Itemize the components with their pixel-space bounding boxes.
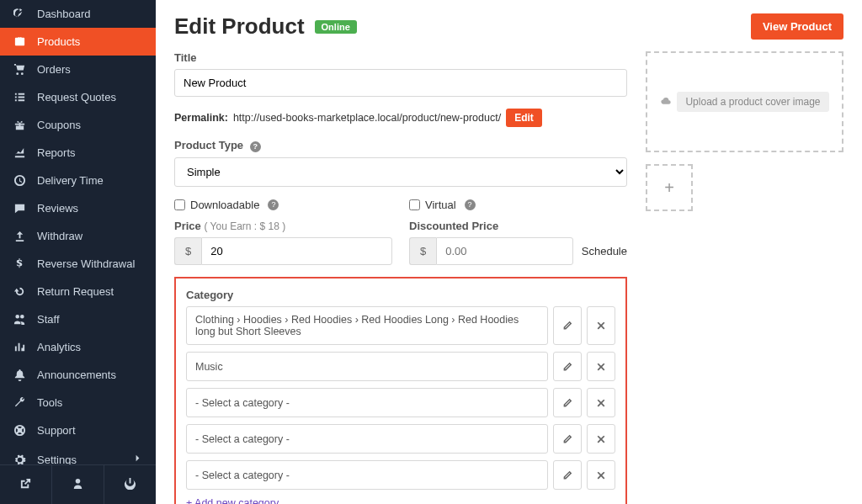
sidebar-item-reports[interactable]: Reports xyxy=(0,139,156,167)
list-icon xyxy=(12,91,27,103)
briefcase-icon xyxy=(12,35,27,48)
category-section: Category Clothing › Hoodies › Red Hoodie… xyxy=(174,277,627,504)
edit-category-button[interactable] xyxy=(553,460,582,490)
sidebar-item-reverse-withdrawal[interactable]: Reverse Withdrawal xyxy=(0,250,156,278)
category-value[interactable]: - Select a category - xyxy=(186,424,548,454)
sidebar-item-label: Orders xyxy=(37,63,71,76)
remove-category-button[interactable] xyxy=(587,352,615,381)
sidebar-item-label: Reverse Withdrawal xyxy=(37,257,135,270)
downloadable-label: Downloadable xyxy=(190,199,259,211)
sidebar-item-delivery-time[interactable]: Delivery Time xyxy=(0,167,156,194)
sidebar-item-label: Support xyxy=(37,424,76,437)
remove-category-button[interactable] xyxy=(587,424,615,454)
schedule-link[interactable]: Schedule xyxy=(582,220,627,265)
sidebar-item-label: Request Quotes xyxy=(37,91,116,103)
category-row: Music xyxy=(186,352,615,381)
edit-category-button[interactable] xyxy=(553,388,582,417)
sidebar-item-label: Reviews xyxy=(37,202,78,215)
sidebar-item-return-request[interactable]: Return Request xyxy=(0,278,156,305)
sidebar-item-orders[interactable]: Orders xyxy=(0,56,156,83)
permalink-url: http://used-books-marketplace.local/prod… xyxy=(233,112,501,124)
power-button[interactable] xyxy=(104,465,156,504)
edit-category-button[interactable] xyxy=(553,424,582,454)
sidebar-item-label: Return Request xyxy=(37,285,114,298)
remove-category-button[interactable] xyxy=(587,460,615,490)
sidebar-item-label: Delivery Time xyxy=(37,174,104,187)
edit-permalink-button[interactable]: Edit xyxy=(506,109,542,127)
edit-category-button[interactable] xyxy=(553,352,582,381)
upload-icon xyxy=(12,230,27,242)
category-value[interactable]: Music xyxy=(186,352,548,381)
sidebar-item-label: Settings xyxy=(37,454,77,465)
sidebar-item-label: Announcements xyxy=(37,369,116,381)
undo-icon xyxy=(12,285,27,298)
page-title: Edit Product xyxy=(174,13,305,40)
title-input[interactable] xyxy=(174,69,627,97)
main-content: Edit Product Online View Product Title P… xyxy=(156,0,862,504)
sidebar-item-announcements[interactable]: Announcements xyxy=(0,361,156,389)
category-value[interactable]: - Select a category - xyxy=(186,460,548,490)
dollar-icon xyxy=(12,257,27,270)
discounted-price-input[interactable] xyxy=(436,237,573,265)
downloadable-checkbox[interactable] xyxy=(174,199,185,210)
status-badge: Online xyxy=(315,20,357,34)
category-label: Category xyxy=(186,289,615,301)
sidebar-item-label: Coupons xyxy=(37,119,81,131)
sidebar-item-coupons[interactable]: Coupons xyxy=(0,111,156,139)
category-row: - Select a category - xyxy=(186,424,615,454)
remove-category-button[interactable] xyxy=(587,306,615,345)
title-label: Title xyxy=(174,51,627,64)
sidebar-item-request-quotes[interactable]: Request Quotes xyxy=(0,83,156,111)
chevron-right-icon xyxy=(131,452,144,464)
sidebar-bottom-bar xyxy=(0,464,156,504)
category-row: - Select a category - xyxy=(186,388,615,417)
edit-category-button[interactable] xyxy=(553,306,582,345)
currency-addon: $ xyxy=(174,237,201,265)
sidebar-item-support[interactable]: Support xyxy=(0,416,156,444)
sidebar-item-tools[interactable]: Tools xyxy=(0,389,156,416)
virtual-checkbox[interactable] xyxy=(409,199,420,210)
sidebar-item-dashboard[interactable]: Dashboard xyxy=(0,0,156,28)
price-input[interactable] xyxy=(201,237,392,265)
sidebar-item-label: Staff xyxy=(37,313,60,326)
sidebar-item-label: Dashboard xyxy=(37,8,91,20)
sidebar-item-staff[interactable]: Staff xyxy=(0,305,156,333)
category-row: - Select a category - xyxy=(186,460,615,490)
lifebuoy-icon xyxy=(12,424,27,437)
analytics-icon xyxy=(12,341,27,353)
bell-icon xyxy=(12,369,27,381)
permalink-label: Permalink: xyxy=(174,112,228,124)
help-icon[interactable]: ? xyxy=(268,199,279,210)
profile-button[interactable] xyxy=(51,465,104,504)
category-row: Clothing › Hoodies › Red Hoodies › Red H… xyxy=(186,306,615,345)
virtual-label: Virtual xyxy=(425,199,456,211)
sidebar-item-label: Reports xyxy=(37,146,76,159)
cover-image-upload[interactable]: Upload a product cover image xyxy=(646,51,843,152)
cloud-icon xyxy=(660,96,672,108)
sidebar-item-label: Products xyxy=(37,35,80,48)
category-value[interactable]: Clothing › Hoodies › Red Hoodies › Red H… xyxy=(186,306,548,345)
users-icon xyxy=(12,313,27,326)
clock-icon xyxy=(12,174,27,187)
sidebar-item-withdraw[interactable]: Withdraw xyxy=(0,222,156,250)
view-product-button[interactable]: View Product xyxy=(751,13,843,40)
sidebar-item-label: Withdraw xyxy=(37,230,82,242)
help-icon[interactable]: ? xyxy=(250,141,261,152)
external-link-button[interactable] xyxy=(0,465,51,504)
add-category-link[interactable]: + Add new category xyxy=(186,497,279,504)
sidebar-item-reviews[interactable]: Reviews xyxy=(0,194,156,222)
remove-category-button[interactable] xyxy=(587,388,615,417)
dashboard-icon xyxy=(12,8,27,20)
gift-icon xyxy=(12,119,27,131)
sidebar-item-label: Tools xyxy=(37,396,62,409)
sidebar-item-products[interactable]: Products xyxy=(0,28,156,56)
category-value[interactable]: - Select a category - xyxy=(186,388,548,417)
sidebar-item-settings[interactable]: Settings xyxy=(0,444,156,464)
add-gallery-image[interactable]: + xyxy=(646,164,693,211)
sidebar-item-label: Analytics xyxy=(37,341,81,353)
cart-icon xyxy=(12,63,27,76)
currency-addon: $ xyxy=(409,237,436,265)
help-icon[interactable]: ? xyxy=(465,199,476,210)
sidebar-item-analytics[interactable]: Analytics xyxy=(0,333,156,361)
product-type-select[interactable]: Simple xyxy=(174,157,627,187)
